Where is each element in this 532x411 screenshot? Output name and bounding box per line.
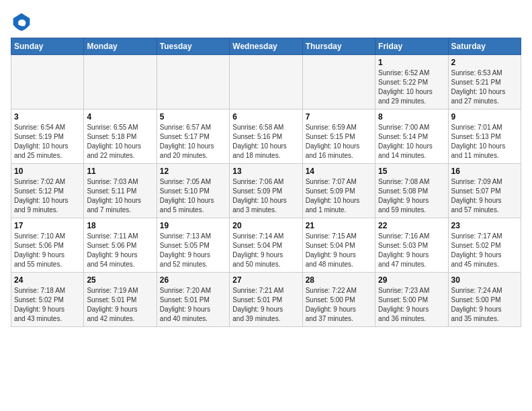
day-number: 29 <box>378 275 445 285</box>
calendar-cell: 6Sunrise: 6:58 AM Sunset: 5:16 PM Daylig… <box>230 109 302 164</box>
day-number: 15 <box>378 167 445 176</box>
calendar-cell <box>230 55 302 109</box>
day-number: 9 <box>451 112 518 122</box>
day-info: Sunrise: 7:11 AM Sunset: 5:06 PM Dayligh… <box>87 232 153 269</box>
calendar-week-row: 17Sunrise: 7:10 AM Sunset: 5:06 PM Dayli… <box>11 218 521 273</box>
calendar-cell: 11Sunrise: 7:03 AM Sunset: 5:11 PM Dayli… <box>84 164 157 218</box>
day-number: 20 <box>232 221 299 230</box>
calendar-cell: 30Sunrise: 7:24 AM Sunset: 5:00 PM Dayli… <box>448 273 521 327</box>
calendar-cell: 3Sunrise: 6:54 AM Sunset: 5:19 PM Daylig… <box>11 109 84 164</box>
day-number: 22 <box>378 221 445 230</box>
calendar-cell: 22Sunrise: 7:16 AM Sunset: 5:03 PM Dayli… <box>375 218 448 273</box>
calendar-cell: 16Sunrise: 7:09 AM Sunset: 5:07 PM Dayli… <box>448 164 521 218</box>
day-info: Sunrise: 7:05 AM Sunset: 5:10 PM Dayligh… <box>160 177 226 215</box>
calendar-cell <box>11 55 84 109</box>
day-info: Sunrise: 7:09 AM Sunset: 5:07 PM Dayligh… <box>451 177 518 215</box>
calendar-week-row: 10Sunrise: 7:02 AM Sunset: 5:12 PM Dayli… <box>11 164 521 218</box>
calendar-cell: 12Sunrise: 7:05 AM Sunset: 5:10 PM Dayli… <box>157 164 229 218</box>
calendar-cell: 18Sunrise: 7:11 AM Sunset: 5:06 PM Dayli… <box>84 218 157 273</box>
calendar-cell: 20Sunrise: 7:14 AM Sunset: 5:04 PM Dayli… <box>230 218 302 273</box>
calendar-cell: 21Sunrise: 7:15 AM Sunset: 5:04 PM Dayli… <box>302 218 375 273</box>
day-info: Sunrise: 7:22 AM Sunset: 5:00 PM Dayligh… <box>306 286 372 324</box>
day-number: 14 <box>306 167 372 176</box>
day-info: Sunrise: 6:55 AM Sunset: 5:18 PM Dayligh… <box>87 123 153 161</box>
day-number: 21 <box>306 221 372 230</box>
day-info: Sunrise: 6:59 AM Sunset: 5:15 PM Dayligh… <box>306 123 372 161</box>
day-info: Sunrise: 7:18 AM Sunset: 5:02 PM Dayligh… <box>14 286 81 324</box>
day-number: 2 <box>451 58 518 67</box>
calendar-cell: 8Sunrise: 7:00 AM Sunset: 5:14 PM Daylig… <box>375 109 448 164</box>
day-info: Sunrise: 7:07 AM Sunset: 5:09 PM Dayligh… <box>306 177 372 215</box>
day-info: Sunrise: 6:57 AM Sunset: 5:17 PM Dayligh… <box>160 123 226 161</box>
day-number: 26 <box>160 275 226 285</box>
calendar-cell: 15Sunrise: 7:08 AM Sunset: 5:08 PM Dayli… <box>375 164 448 218</box>
logo <box>11 11 35 32</box>
calendar-cell: 7Sunrise: 6:59 AM Sunset: 5:15 PM Daylig… <box>302 109 375 164</box>
calendar-cell <box>302 55 375 109</box>
page-header <box>11 11 521 32</box>
day-number: 16 <box>451 167 518 176</box>
calendar-cell: 13Sunrise: 7:06 AM Sunset: 5:09 PM Dayli… <box>230 164 302 218</box>
calendar-header-wednesday: Wednesday <box>230 38 302 55</box>
day-info: Sunrise: 7:21 AM Sunset: 5:01 PM Dayligh… <box>232 286 299 324</box>
calendar-header-sunday: Sunday <box>11 38 84 55</box>
calendar-week-row: 3Sunrise: 6:54 AM Sunset: 5:19 PM Daylig… <box>11 109 521 164</box>
calendar-week-row: 24Sunrise: 7:18 AM Sunset: 5:02 PM Dayli… <box>11 273 521 327</box>
day-info: Sunrise: 7:16 AM Sunset: 5:03 PM Dayligh… <box>378 232 445 269</box>
calendar-cell: 26Sunrise: 7:20 AM Sunset: 5:01 PM Dayli… <box>157 273 229 327</box>
day-info: Sunrise: 7:06 AM Sunset: 5:09 PM Dayligh… <box>232 177 299 215</box>
day-number: 30 <box>451 275 518 285</box>
day-info: Sunrise: 6:54 AM Sunset: 5:19 PM Dayligh… <box>14 123 81 161</box>
calendar-header-tuesday: Tuesday <box>157 38 229 55</box>
calendar-cell: 1Sunrise: 6:52 AM Sunset: 5:22 PM Daylig… <box>375 55 448 109</box>
day-number: 24 <box>14 275 81 285</box>
calendar-header-thursday: Thursday <box>302 38 375 55</box>
calendar-header-saturday: Saturday <box>448 38 521 55</box>
day-number: 19 <box>160 221 226 230</box>
day-info: Sunrise: 7:24 AM Sunset: 5:00 PM Dayligh… <box>451 286 518 324</box>
calendar-cell: 5Sunrise: 6:57 AM Sunset: 5:17 PM Daylig… <box>157 109 229 164</box>
day-number: 23 <box>451 221 518 230</box>
day-info: Sunrise: 7:15 AM Sunset: 5:04 PM Dayligh… <box>306 232 372 269</box>
calendar-cell: 19Sunrise: 7:13 AM Sunset: 5:05 PM Dayli… <box>157 218 229 273</box>
calendar-header-monday: Monday <box>84 38 157 55</box>
day-info: Sunrise: 6:53 AM Sunset: 5:21 PM Dayligh… <box>451 68 518 106</box>
day-number: 12 <box>160 167 226 176</box>
calendar-week-row: 1Sunrise: 6:52 AM Sunset: 5:22 PM Daylig… <box>11 55 521 109</box>
calendar-table: SundayMondayTuesdayWednesdayThursdayFrid… <box>11 38 521 327</box>
day-number: 17 <box>14 221 81 230</box>
day-number: 18 <box>87 221 153 230</box>
day-info: Sunrise: 7:13 AM Sunset: 5:05 PM Dayligh… <box>160 232 226 269</box>
day-number: 27 <box>232 275 299 285</box>
day-info: Sunrise: 7:14 AM Sunset: 5:04 PM Dayligh… <box>232 232 299 269</box>
calendar-cell: 4Sunrise: 6:55 AM Sunset: 5:18 PM Daylig… <box>84 109 157 164</box>
calendar-cell: 24Sunrise: 7:18 AM Sunset: 5:02 PM Dayli… <box>11 273 84 327</box>
day-info: Sunrise: 7:10 AM Sunset: 5:06 PM Dayligh… <box>14 232 81 269</box>
day-number: 28 <box>306 275 372 285</box>
calendar-cell: 10Sunrise: 7:02 AM Sunset: 5:12 PM Dayli… <box>11 164 84 218</box>
calendar-cell: 23Sunrise: 7:17 AM Sunset: 5:02 PM Dayli… <box>448 218 521 273</box>
day-number: 7 <box>306 112 372 122</box>
day-number: 1 <box>378 58 445 67</box>
day-info: Sunrise: 6:58 AM Sunset: 5:16 PM Dayligh… <box>232 123 299 161</box>
day-info: Sunrise: 7:23 AM Sunset: 5:00 PM Dayligh… <box>378 286 445 324</box>
day-number: 3 <box>14 112 81 122</box>
logo-icon <box>11 11 32 32</box>
day-number: 8 <box>378 112 445 122</box>
day-number: 13 <box>232 167 299 176</box>
calendar-cell: 9Sunrise: 7:01 AM Sunset: 5:13 PM Daylig… <box>448 109 521 164</box>
calendar-cell: 2Sunrise: 6:53 AM Sunset: 5:21 PM Daylig… <box>448 55 521 109</box>
calendar-cell: 17Sunrise: 7:10 AM Sunset: 5:06 PM Dayli… <box>11 218 84 273</box>
calendar-cell <box>157 55 229 109</box>
day-info: Sunrise: 7:17 AM Sunset: 5:02 PM Dayligh… <box>451 232 518 269</box>
calendar-cell: 27Sunrise: 7:21 AM Sunset: 5:01 PM Dayli… <box>230 273 302 327</box>
calendar-cell: 29Sunrise: 7:23 AM Sunset: 5:00 PM Dayli… <box>375 273 448 327</box>
day-info: Sunrise: 6:52 AM Sunset: 5:22 PM Dayligh… <box>378 68 445 106</box>
calendar-cell: 14Sunrise: 7:07 AM Sunset: 5:09 PM Dayli… <box>302 164 375 218</box>
day-info: Sunrise: 7:00 AM Sunset: 5:14 PM Dayligh… <box>378 123 445 161</box>
day-number: 11 <box>87 167 153 176</box>
day-info: Sunrise: 7:02 AM Sunset: 5:12 PM Dayligh… <box>14 177 81 215</box>
day-info: Sunrise: 7:19 AM Sunset: 5:01 PM Dayligh… <box>87 286 153 324</box>
day-number: 6 <box>232 112 299 122</box>
day-info: Sunrise: 7:20 AM Sunset: 5:01 PM Dayligh… <box>160 286 226 324</box>
